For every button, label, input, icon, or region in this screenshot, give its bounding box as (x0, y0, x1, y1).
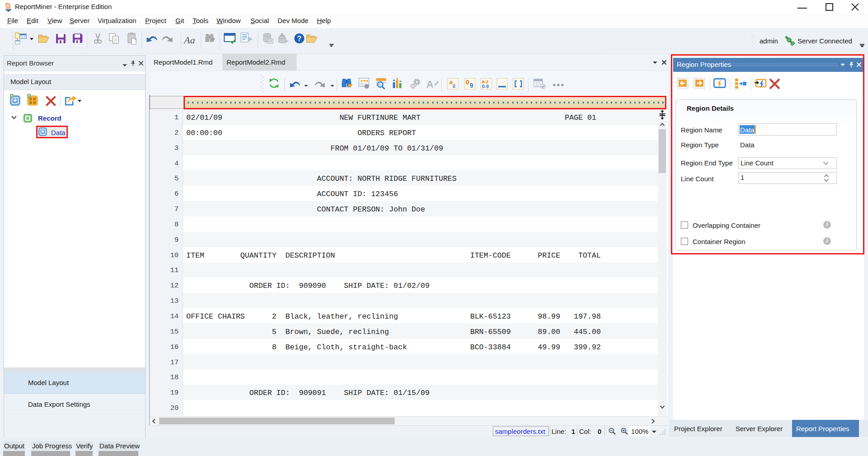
svg-text:9: 9 (470, 82, 473, 89)
svg-text:?: ? (297, 35, 302, 42)
svg-text:0: 0 (466, 79, 469, 86)
svg-text:z: z (453, 82, 456, 89)
svg-text:0-9: 0-9 (482, 84, 489, 89)
